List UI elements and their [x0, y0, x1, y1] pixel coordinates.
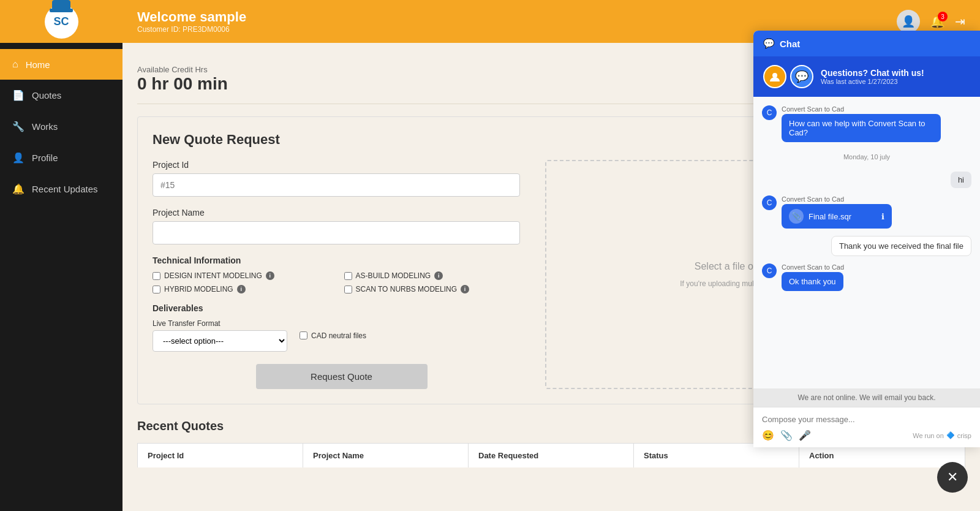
sidebar-item-recent-updates[interactable]: 🔔 Recent Updates: [0, 173, 123, 205]
sidebar: SC ⌂ Home 📄 Quotes 🔧 Works 👤 Profile 🔔 R…: [0, 0, 123, 511]
works-icon: 🔧: [12, 121, 24, 132]
sidebar-item-recent-updates-label: Recent Updates: [32, 184, 98, 194]
sidebar-item-quotes[interactable]: 📄 Quotes: [0, 80, 123, 111]
agent-last-active: Was last active 1/27/2023: [821, 78, 924, 85]
chat-input-area: 😊 📎 🎤 We run on 🔷 crisp: [753, 407, 980, 447]
request-quote-button[interactable]: Request Quote: [256, 364, 428, 389]
home-icon: ⌂: [12, 59, 18, 70]
cad-neutral-checkbox[interactable]: CAD neutral files: [300, 331, 366, 340]
checkbox-scan-nurbs-label: SCAN TO NURBS MODELING: [356, 285, 458, 293]
form-left: Project Id Project Name Technical Inform…: [153, 160, 530, 389]
profile-icon: 👤: [12, 152, 24, 164]
msg-bubble-1: How can we help with Convert Scan to Cad…: [782, 114, 941, 142]
msg-sender-label-1: Convert Scan to Cad: [782, 105, 941, 113]
deliverables: Deliverables Live Transfer Format ---sel…: [153, 303, 530, 352]
col-project-id: Project Id: [138, 444, 303, 467]
cad-neutral-input[interactable]: [300, 331, 307, 339]
sidebar-item-home-label: Home: [26, 59, 50, 70]
col-date-requested: Date Requested: [469, 444, 634, 467]
file-info-icon: ℹ: [881, 212, 884, 221]
sidebar-item-profile-label: Profile: [32, 153, 58, 163]
checkbox-design-intent-label: DESIGN INTENT MODELING: [164, 271, 262, 280]
agent-avatar-2: 💬: [790, 65, 813, 88]
project-name-input[interactable]: [153, 221, 520, 244]
checkbox-hybrid[interactable]: HYBRID MODELING i: [153, 285, 339, 293]
hybrid-info-icon[interactable]: i: [237, 285, 246, 293]
msg-row-1: C Convert Scan to Cad How can we help wi…: [762, 105, 971, 142]
audio-button[interactable]: 🎤: [799, 430, 811, 441]
chat-messages: C Convert Scan to Cad How can we help wi…: [753, 97, 980, 388]
sidebar-item-home[interactable]: ⌂ Home: [0, 49, 123, 80]
chat-compose-input[interactable]: [762, 415, 971, 424]
quotes-icon: 📄: [12, 89, 24, 101]
header-actions: 👤 🔔 3 ⇥: [897, 10, 965, 33]
logo: SC: [45, 5, 78, 39]
svg-point-0: [772, 73, 777, 78]
sidebar-item-quotes-label: Quotes: [32, 90, 61, 100]
close-chat-button[interactable]: ✕: [937, 462, 968, 493]
project-id-label: Project Id: [153, 160, 530, 170]
live-transfer-select[interactable]: ---select option---: [153, 330, 287, 352]
checkbox-hybrid-input[interactable]: [153, 286, 160, 293]
chat-offline-notice: We are not online. We will email you bac…: [753, 388, 980, 407]
scan-nurbs-info-icon[interactable]: i: [461, 285, 469, 293]
header-title-group: Welcome sample Customer ID: PRE3DM0006: [137, 9, 246, 34]
design-intent-info-icon[interactable]: i: [266, 271, 274, 280]
chat-powered: We run on 🔷 crisp: [913, 431, 971, 439]
page-title: Welcome sample: [137, 9, 246, 25]
technical-info-label: Technical Information: [153, 255, 530, 265]
file-bubble: 📎 Final file.sqr ℹ: [782, 204, 892, 229]
chat-input-tools: 😊 📎 🎤 We run on 🔷 crisp: [762, 430, 971, 441]
powered-by-brand: crisp: [957, 432, 971, 439]
sidebar-logo: SC: [0, 0, 123, 43]
msg-sender-label-ok: Convert Scan to Cad: [782, 263, 844, 271]
live-transfer-label: Live Transfer Format: [153, 319, 287, 328]
msg-avatar-1: C: [762, 105, 777, 120]
agent-name: Questions? Chat with us!: [821, 68, 924, 78]
sidebar-item-profile[interactable]: 👤 Profile: [0, 142, 123, 173]
col-project-name: Project Name: [303, 444, 469, 467]
chat-panel: 💬 Chat 💬 Questions? Chat with us! Was la…: [753, 31, 980, 447]
chat-icon: 💬: [763, 38, 775, 49]
attach-button[interactable]: 📎: [780, 430, 793, 441]
checkbox-scan-nurbs[interactable]: SCAN TO NURBS MODELING i: [344, 285, 531, 293]
as-build-info-icon[interactable]: i: [434, 271, 443, 280]
checkbox-design-intent[interactable]: DESIGN INTENT MODELING i: [153, 271, 339, 280]
checkbox-as-build-label: AS-BUILD MODELING: [356, 271, 431, 280]
msg-bubble-thank: Thank you we received the final file: [831, 236, 971, 256]
checkbox-as-build[interactable]: AS-BUILD MODELING i: [344, 271, 531, 280]
msg-group-ok: C Convert Scan to Cad Ok thank you: [762, 263, 971, 291]
sidebar-nav: ⌂ Home 📄 Quotes 🔧 Works 👤 Profile 🔔 Rece…: [0, 43, 123, 211]
checkboxes-grid: DESIGN INTENT MODELING i AS-BUILD MODELI…: [153, 271, 530, 293]
project-name-label: Project Name: [153, 208, 530, 218]
date-divider: Monday, 10 july: [762, 153, 971, 161]
agent-avatars: 💬: [763, 65, 813, 88]
checkbox-scan-nurbs-input[interactable]: [344, 286, 352, 293]
project-id-group: Project Id: [153, 160, 530, 197]
avatar[interactable]: 👤: [897, 10, 920, 33]
checkbox-design-intent-input[interactable]: [153, 272, 160, 280]
checkbox-as-build-input[interactable]: [344, 272, 352, 280]
sidebar-item-works[interactable]: 🔧 Works: [0, 111, 123, 142]
msg-avatar-file: C: [762, 195, 777, 210]
checkbox-hybrid-label: HYBRID MODELING: [164, 285, 233, 293]
project-name-group: Project Name: [153, 208, 530, 244]
cad-neutral-label: CAD neutral files: [311, 331, 366, 340]
msg-sender-1: Convert Scan to Cad How can we help with…: [782, 105, 941, 142]
file-name: Final file.sqr: [809, 212, 851, 221]
msg-row-thank: Thank you we received the final file: [762, 236, 971, 256]
deliverables-label: Deliverables: [153, 303, 530, 313]
msg-sender-ok: Convert Scan to Cad Ok thank you: [782, 263, 844, 291]
crisp-logo: 🔷: [946, 431, 955, 439]
customer-id: Customer ID: PRE3DM0006: [137, 25, 246, 34]
emoji-button[interactable]: 😊: [762, 430, 774, 441]
logout-button[interactable]: ⇥: [955, 14, 965, 29]
sidebar-item-works-label: Works: [32, 121, 58, 132]
project-id-input[interactable]: [153, 173, 520, 197]
notification-button[interactable]: 🔔 3: [930, 14, 945, 29]
deliverables-row: Live Transfer Format ---select option---…: [153, 319, 530, 352]
chat-agent-info: 💬 Questions? Chat with us! Was last acti…: [753, 56, 980, 97]
powered-by-label: We run on: [913, 432, 944, 439]
recent-updates-icon: 🔔: [12, 183, 24, 195]
chat-header-label: Chat: [780, 39, 800, 49]
